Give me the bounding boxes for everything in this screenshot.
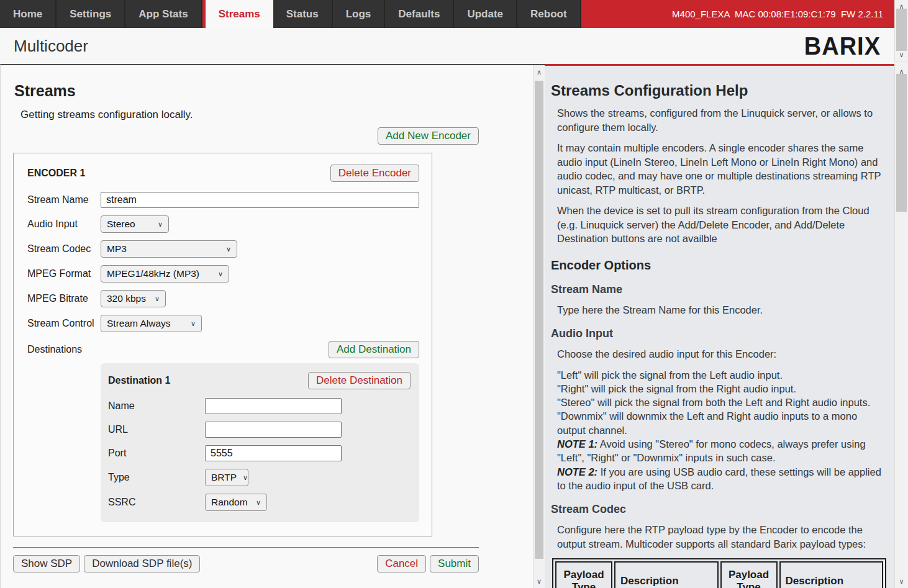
destination-title: Destination 1	[108, 375, 170, 386]
stream-control-select[interactable]: Stream Always ∨	[101, 315, 202, 332]
streams-subtitle: Getting streams configuration locally.	[20, 109, 479, 121]
right-scrollbar-column: ∧ ∨ ∧ ∨	[894, 0, 908, 588]
left-frame-scrollbar[interactable]: ∧ ∨	[533, 65, 545, 588]
nav-tab-status[interactable]: Status	[273, 0, 333, 28]
note-label: NOTE 2:	[557, 466, 597, 477]
help-note-2: NOTE 2: If you are using USB audio card,…	[557, 465, 886, 493]
footer-divider	[13, 547, 479, 548]
encoder-title: ENCODER 1	[27, 168, 85, 179]
destination-ssrc-value: Random	[211, 497, 248, 508]
destination-url-label: URL	[108, 424, 205, 435]
destination-panel: Destination 1 Delete Destination Name UR…	[101, 363, 419, 522]
stream-control-value: Stream Always	[107, 318, 171, 329]
cancel-button[interactable]: Cancel	[377, 555, 426, 572]
audio-input-intro: Choose the desired audio input for this …	[557, 347, 886, 361]
help-frame-scrollbar[interactable]: ∧ ∨	[894, 65, 908, 588]
chevron-down-icon: ∨	[152, 220, 163, 228]
streams-content-frame: Streams Getting streams configuration lo…	[0, 64, 545, 588]
submit-button[interactable]: Submit	[430, 555, 479, 572]
nav-tab-settings[interactable]: Settings	[57, 0, 125, 28]
show-sdp-button[interactable]: Show SDP	[13, 555, 80, 572]
audio-input-heading: Audio Input	[551, 327, 886, 340]
scroll-down-icon[interactable]: ∨	[533, 576, 545, 587]
nav-tab-update[interactable]: Update	[454, 0, 517, 28]
delete-encoder-button[interactable]: Delete Encoder	[330, 165, 419, 182]
chevron-down-icon: ∨	[184, 320, 196, 328]
delete-destination-button[interactable]: Delete Destination	[308, 372, 411, 389]
scrollbar-thumb[interactable]	[535, 81, 543, 559]
chevron-down-icon: ∨	[220, 245, 231, 253]
destination-name-label: Name	[108, 400, 205, 412]
note-text: If you are using USB audio card, these s…	[557, 466, 881, 491]
barix-logo: BARIX	[804, 32, 881, 60]
stream-name-heading: Stream Name	[551, 283, 886, 296]
help-frame: Streams Configuration Help Shows the str…	[545, 64, 894, 588]
chevron-down-icon: ∨	[237, 474, 248, 482]
nav-tab-app-stats[interactable]: App Stats	[125, 0, 202, 28]
help-paragraph: It may contain multiple encoders. A sing…	[557, 141, 886, 197]
table-header-description: Description	[614, 561, 719, 588]
help-line: "Left" will pick the signal from the Lef…	[557, 368, 886, 382]
stream-codec-value: MP3	[107, 243, 127, 255]
nav-tab-reboot[interactable]: Reboot	[517, 0, 581, 28]
mpeg-format-value: MPEG1/48kHz (MP3)	[107, 268, 199, 279]
chevron-down-icon: ∨	[250, 499, 261, 507]
stream-codec-select[interactable]: MP3 ∨	[101, 240, 237, 258]
destination-port-label: Port	[108, 448, 205, 459]
add-new-encoder-button[interactable]: Add New Encoder	[378, 127, 479, 145]
header-frame: Home Settings App Stats Streams Status L…	[0, 0, 894, 64]
stream-codec-heading: Stream Codec	[551, 503, 886, 516]
nav-tab-home[interactable]: Home	[0, 0, 57, 28]
mpeg-format-label: MPEG Format	[27, 268, 101, 279]
encoder-panel: ENCODER 1 Delete Encoder Stream Name Aud…	[13, 153, 432, 536]
stream-name-input[interactable]	[101, 192, 419, 208]
scroll-up-icon[interactable]: ∧	[533, 67, 545, 78]
destination-type-select[interactable]: BRTP ∨	[205, 469, 248, 486]
scroll-down-icon[interactable]: ∨	[895, 576, 908, 587]
destination-port-input[interactable]	[205, 445, 342, 461]
mpeg-bitrate-value: 320 kbps	[107, 293, 146, 304]
destination-url-input[interactable]	[205, 422, 342, 438]
payload-type-table: Payload Type Description Payload Type De…	[552, 558, 886, 588]
encoder-options-heading: Encoder Options	[551, 258, 886, 273]
nav-tab-logs[interactable]: Logs	[333, 0, 386, 28]
scrollbar-thumb[interactable]	[896, 9, 907, 51]
help-line: "Downmix" will downmix the Left and Righ…	[557, 409, 886, 437]
note-label: NOTE 1:	[557, 438, 597, 450]
title-bar: Multicoder BARIX	[0, 28, 894, 64]
stream-codec-help-text: Configure here the RTP payload type by t…	[557, 523, 886, 551]
destination-ssrc-select[interactable]: Random ∨	[205, 494, 267, 511]
note-text: Avoid using "Stereo" for mono codecs, al…	[557, 438, 866, 463]
table-header-description: Description	[779, 561, 884, 588]
help-line: "Stereo" will pick the signal from both …	[557, 396, 886, 409]
destination-type-value: BRTP	[211, 472, 237, 483]
mpeg-format-select[interactable]: MPEG1/48kHz (MP3) ∨	[101, 265, 229, 283]
add-destination-button[interactable]: Add Destination	[329, 341, 419, 358]
page-title: Multicoder	[14, 37, 88, 56]
table-header-payload-type: Payload Type	[555, 561, 612, 588]
destinations-label: Destinations	[27, 344, 82, 355]
download-sdp-button[interactable]: Download SDP file(s)	[84, 555, 200, 572]
destination-name-input[interactable]	[205, 398, 342, 414]
help-title: Streams Configuration Help	[551, 82, 886, 99]
scroll-down-icon[interactable]: ∨	[895, 50, 908, 60]
mpeg-bitrate-select[interactable]: 320 kbps ∨	[101, 290, 166, 307]
chevron-down-icon: ∨	[148, 295, 160, 303]
main-nav: Home Settings App Stats Streams Status L…	[0, 0, 894, 28]
streams-heading: Streams	[14, 81, 479, 100]
help-line: "Right" will pick the signal from the Ri…	[557, 382, 886, 396]
mpeg-bitrate-label: MPEG Bitrate	[27, 293, 101, 304]
destination-type-label: Type	[108, 472, 205, 483]
device-info-text: M400_FLEXA MAC 00:08:E1:09:C1:79 FW 2.2.…	[672, 9, 883, 19]
header-frame-scrollbar[interactable]: ∧ ∨	[894, 0, 908, 62]
help-paragraph: When the device is set to pull its strea…	[557, 204, 886, 246]
nav-tab-defaults[interactable]: Defaults	[385, 0, 454, 28]
audio-input-select[interactable]: Stereo ∨	[101, 215, 169, 233]
table-header-payload-type: Payload Type	[720, 561, 778, 588]
audio-input-label: Audio Input	[27, 219, 101, 230]
stream-control-label: Stream Control	[27, 318, 101, 329]
nav-tab-streams[interactable]: Streams	[202, 0, 273, 28]
help-paragraph: Shows the streams, configured from the L…	[557, 106, 886, 134]
stream-name-label: Stream Name	[27, 194, 101, 206]
scrollbar-thumb[interactable]	[896, 74, 907, 212]
